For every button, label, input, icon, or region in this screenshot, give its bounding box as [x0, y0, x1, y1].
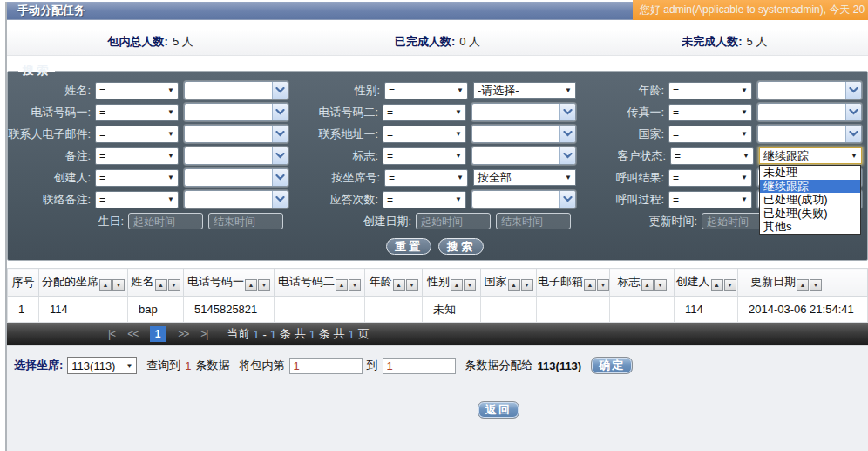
gender-operator-select[interactable]: =▼ — [384, 82, 468, 99]
next-page-button[interactable]: >> — [178, 328, 188, 340]
call-result-operator-select[interactable]: =▼ — [668, 169, 752, 187]
answer-count-value-combobox[interactable] — [471, 190, 576, 208]
flag-value-input[interactable] — [472, 147, 559, 164]
chevron-down-icon[interactable] — [845, 126, 861, 142]
current-page-button[interactable]: 1 — [150, 326, 166, 342]
sort-desc-icon[interactable]: ▼ — [810, 279, 822, 291]
sort-asc-icon[interactable]: ▲ — [508, 279, 520, 291]
dropdown-option-unprocessed[interactable]: 未处理 — [760, 166, 860, 180]
creator-value-combobox[interactable] — [184, 168, 288, 187]
sort-asc-icon[interactable]: ▲ — [393, 279, 405, 291]
sort-desc-icon[interactable]: ▼ — [406, 279, 418, 291]
creator-value-input[interactable] — [185, 169, 272, 186]
address1-value-input[interactable] — [472, 126, 559, 142]
sort-desc-icon[interactable]: ▼ — [597, 279, 609, 291]
first-page-button[interactable]: |< — [108, 328, 115, 340]
chevron-down-icon[interactable] — [845, 82, 861, 99]
phone1-operator-select[interactable]: =▼ — [95, 104, 179, 121]
chevron-down-icon[interactable] — [559, 104, 575, 120]
flag-operator-select[interactable]: =▼ — [383, 147, 466, 165]
create-date-start-input[interactable] — [416, 213, 491, 229]
chevron-down-icon[interactable] — [272, 169, 288, 186]
sort-asc-icon[interactable]: ▲ — [155, 279, 167, 291]
dropdown-option-other[interactable]: 其他s — [760, 220, 860, 234]
dropdown-option-processed-success[interactable]: 已处理(成功) — [760, 193, 860, 207]
sort-desc-icon[interactable]: ▼ — [112, 279, 125, 291]
search-button[interactable]: 搜索 — [438, 238, 484, 255]
chevron-down-icon[interactable] — [272, 191, 288, 208]
remark-value-combobox[interactable] — [184, 147, 288, 165]
sort-desc-icon[interactable]: ▼ — [464, 279, 476, 291]
by-agent-operator-select[interactable]: =▼ — [384, 169, 468, 187]
chevron-down-icon[interactable] — [272, 147, 288, 164]
sort-asc-icon[interactable]: ▲ — [99, 279, 112, 291]
phone1-value-combobox[interactable] — [184, 103, 288, 121]
chevron-down-icon[interactable] — [559, 147, 575, 164]
flag-value-combobox[interactable] — [471, 147, 576, 165]
birthday-end-input[interactable] — [208, 213, 283, 229]
address1-value-combobox[interactable] — [471, 125, 576, 143]
back-button[interactable]: 返回 — [478, 401, 519, 419]
sort-asc-icon[interactable]: ▲ — [641, 279, 654, 291]
sort-asc-icon[interactable]: ▲ — [711, 279, 723, 291]
fax1-operator-select[interactable]: =▼ — [668, 104, 752, 121]
last-page-button[interactable]: >| — [200, 328, 207, 340]
country-value-combobox[interactable] — [757, 125, 862, 143]
sort-asc-icon[interactable]: ▲ — [245, 279, 257, 291]
name-value-combobox[interactable] — [184, 81, 288, 99]
sort-asc-icon[interactable]: ▲ — [451, 279, 463, 291]
gender-select[interactable]: -请选择-▼ — [473, 82, 576, 99]
dropdown-option-processed-fail[interactable]: 已处理(失败) — [760, 207, 860, 221]
fax1-value-combobox[interactable] — [757, 103, 862, 121]
contact-remark-value-combobox[interactable] — [184, 190, 288, 208]
dropdown-option-keep-tracking[interactable]: 继续跟踪 — [760, 180, 860, 194]
chevron-down-icon[interactable] — [559, 126, 575, 142]
sort-asc-icon[interactable]: ▲ — [797, 279, 809, 291]
create-date-end-input[interactable] — [496, 213, 571, 229]
remark-value-input[interactable] — [185, 147, 272, 164]
answer-count-operator-select[interactable]: =▼ — [383, 191, 466, 208]
phone1-value-input[interactable] — [185, 104, 272, 120]
agent-select[interactable]: 113(113)▼ — [67, 357, 137, 374]
chevron-down-icon[interactable] — [272, 82, 288, 99]
sort-desc-icon[interactable]: ▼ — [724, 279, 736, 291]
sort-desc-icon[interactable]: ▼ — [349, 279, 361, 291]
prev-page-button[interactable]: << — [127, 328, 138, 340]
customer-status-select[interactable]: 继续跟踪▼ — [759, 147, 862, 164]
sort-desc-icon[interactable]: ▼ — [168, 279, 180, 291]
sort-desc-icon[interactable]: ▼ — [258, 279, 270, 291]
confirm-button[interactable]: 确定 — [591, 357, 633, 374]
creator-operator-select[interactable]: =▼ — [95, 169, 179, 187]
email-value-input[interactable] — [185, 126, 272, 142]
chevron-down-icon[interactable] — [272, 104, 288, 120]
age-operator-select[interactable]: =▼ — [668, 82, 752, 99]
call-process-operator-select[interactable]: =▼ — [668, 191, 752, 208]
customer-status-operator-select[interactable]: =▼ — [670, 147, 754, 165]
chevron-down-icon[interactable] — [559, 191, 575, 208]
remark-operator-select[interactable]: =▼ — [95, 147, 179, 165]
name-value-input[interactable] — [185, 82, 272, 99]
phone2-value-input[interactable] — [472, 104, 559, 120]
phone2-value-combobox[interactable] — [471, 103, 576, 121]
name-operator-select[interactable]: =▼ — [95, 82, 179, 99]
by-agent-select[interactable]: 按全部▼ — [473, 169, 576, 186]
range-to-input[interactable] — [383, 358, 456, 374]
contact-remark-value-input[interactable] — [185, 191, 272, 208]
range-from-input[interactable] — [289, 358, 363, 374]
sort-asc-icon[interactable]: ▲ — [336, 279, 348, 291]
fax1-value-input[interactable] — [758, 104, 845, 120]
age-value-input[interactable] — [758, 82, 845, 99]
age-value-combobox[interactable] — [757, 81, 862, 99]
address1-operator-select[interactable]: =▼ — [383, 126, 466, 143]
country-value-input[interactable] — [758, 126, 845, 142]
email-value-combobox[interactable] — [184, 125, 288, 143]
answer-count-value-input[interactable] — [472, 191, 559, 208]
chevron-down-icon[interactable] — [845, 104, 861, 120]
table-row[interactable]: 1 114 bap 5145825821 未知 114 2014-03-06 2… — [8, 297, 868, 323]
birthday-start-input[interactable] — [128, 213, 203, 229]
chevron-down-icon[interactable] — [272, 126, 288, 142]
sort-asc-icon[interactable]: ▲ — [584, 279, 596, 291]
country-operator-select[interactable]: =▼ — [668, 126, 752, 143]
sort-desc-icon[interactable]: ▼ — [654, 279, 667, 291]
email-operator-select[interactable]: =▼ — [95, 126, 179, 143]
